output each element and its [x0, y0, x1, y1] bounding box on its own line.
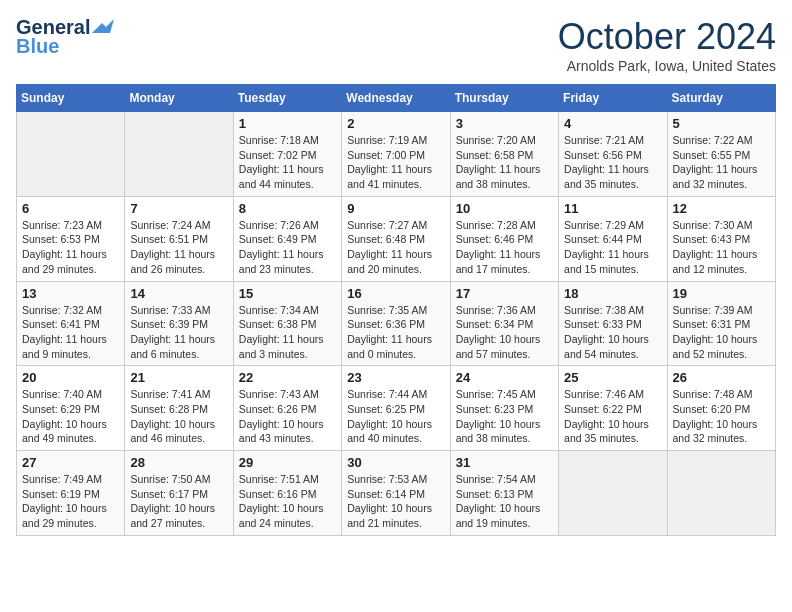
weekday-header: Monday [125, 85, 233, 112]
day-info: Sunrise: 7:30 AMSunset: 6:43 PMDaylight:… [673, 218, 770, 277]
day-number: 11 [564, 201, 661, 216]
day-info: Sunrise: 7:21 AMSunset: 6:56 PMDaylight:… [564, 133, 661, 192]
day-info: Sunrise: 7:24 AMSunset: 6:51 PMDaylight:… [130, 218, 227, 277]
calendar-cell: 19Sunrise: 7:39 AMSunset: 6:31 PMDayligh… [667, 281, 775, 366]
day-number: 8 [239, 201, 336, 216]
calendar-cell: 25Sunrise: 7:46 AMSunset: 6:22 PMDayligh… [559, 366, 667, 451]
day-number: 7 [130, 201, 227, 216]
weekday-header: Friday [559, 85, 667, 112]
day-info: Sunrise: 7:45 AMSunset: 6:23 PMDaylight:… [456, 387, 553, 446]
day-number: 28 [130, 455, 227, 470]
calendar-cell: 4Sunrise: 7:21 AMSunset: 6:56 PMDaylight… [559, 112, 667, 197]
calendar-cell: 12Sunrise: 7:30 AMSunset: 6:43 PMDayligh… [667, 196, 775, 281]
day-info: Sunrise: 7:53 AMSunset: 6:14 PMDaylight:… [347, 472, 444, 531]
calendar-cell: 1Sunrise: 7:18 AMSunset: 7:02 PMDaylight… [233, 112, 341, 197]
calendar-cell: 15Sunrise: 7:34 AMSunset: 6:38 PMDayligh… [233, 281, 341, 366]
weekday-header: Thursday [450, 85, 558, 112]
calendar-cell: 16Sunrise: 7:35 AMSunset: 6:36 PMDayligh… [342, 281, 450, 366]
day-number: 12 [673, 201, 770, 216]
calendar-cell: 20Sunrise: 7:40 AMSunset: 6:29 PMDayligh… [17, 366, 125, 451]
day-number: 6 [22, 201, 119, 216]
calendar-cell [125, 112, 233, 197]
day-number: 5 [673, 116, 770, 131]
day-info: Sunrise: 7:36 AMSunset: 6:34 PMDaylight:… [456, 303, 553, 362]
day-number: 27 [22, 455, 119, 470]
day-number: 18 [564, 286, 661, 301]
calendar-cell: 23Sunrise: 7:44 AMSunset: 6:25 PMDayligh… [342, 366, 450, 451]
calendar-body: 1Sunrise: 7:18 AMSunset: 7:02 PMDaylight… [17, 112, 776, 536]
day-number: 29 [239, 455, 336, 470]
weekday-header: Sunday [17, 85, 125, 112]
day-number: 30 [347, 455, 444, 470]
day-info: Sunrise: 7:34 AMSunset: 6:38 PMDaylight:… [239, 303, 336, 362]
day-info: Sunrise: 7:43 AMSunset: 6:26 PMDaylight:… [239, 387, 336, 446]
calendar-cell: 29Sunrise: 7:51 AMSunset: 6:16 PMDayligh… [233, 451, 341, 536]
day-number: 14 [130, 286, 227, 301]
day-info: Sunrise: 7:51 AMSunset: 6:16 PMDaylight:… [239, 472, 336, 531]
calendar-table: SundayMondayTuesdayWednesdayThursdayFrid… [16, 84, 776, 536]
calendar-cell: 13Sunrise: 7:32 AMSunset: 6:41 PMDayligh… [17, 281, 125, 366]
month-title: October 2024 [558, 16, 776, 58]
day-info: Sunrise: 7:20 AMSunset: 6:58 PMDaylight:… [456, 133, 553, 192]
calendar-cell: 28Sunrise: 7:50 AMSunset: 6:17 PMDayligh… [125, 451, 233, 536]
day-number: 3 [456, 116, 553, 131]
calendar-cell [667, 451, 775, 536]
calendar-cell: 21Sunrise: 7:41 AMSunset: 6:28 PMDayligh… [125, 366, 233, 451]
day-number: 31 [456, 455, 553, 470]
calendar-cell: 5Sunrise: 7:22 AMSunset: 6:55 PMDaylight… [667, 112, 775, 197]
calendar-cell: 24Sunrise: 7:45 AMSunset: 6:23 PMDayligh… [450, 366, 558, 451]
day-info: Sunrise: 7:35 AMSunset: 6:36 PMDaylight:… [347, 303, 444, 362]
day-info: Sunrise: 7:33 AMSunset: 6:39 PMDaylight:… [130, 303, 227, 362]
weekday-header: Wednesday [342, 85, 450, 112]
calendar-week-row: 1Sunrise: 7:18 AMSunset: 7:02 PMDaylight… [17, 112, 776, 197]
day-number: 23 [347, 370, 444, 385]
calendar-cell: 7Sunrise: 7:24 AMSunset: 6:51 PMDaylight… [125, 196, 233, 281]
calendar-week-row: 6Sunrise: 7:23 AMSunset: 6:53 PMDaylight… [17, 196, 776, 281]
calendar-cell: 9Sunrise: 7:27 AMSunset: 6:48 PMDaylight… [342, 196, 450, 281]
day-number: 4 [564, 116, 661, 131]
day-number: 22 [239, 370, 336, 385]
day-info: Sunrise: 7:49 AMSunset: 6:19 PMDaylight:… [22, 472, 119, 531]
title-block: October 2024 Arnolds Park, Iowa, United … [558, 16, 776, 74]
subtitle: Arnolds Park, Iowa, United States [558, 58, 776, 74]
day-number: 20 [22, 370, 119, 385]
logo: General Blue [16, 16, 114, 58]
calendar-cell: 3Sunrise: 7:20 AMSunset: 6:58 PMDaylight… [450, 112, 558, 197]
day-info: Sunrise: 7:41 AMSunset: 6:28 PMDaylight:… [130, 387, 227, 446]
day-info: Sunrise: 7:48 AMSunset: 6:20 PMDaylight:… [673, 387, 770, 446]
day-info: Sunrise: 7:23 AMSunset: 6:53 PMDaylight:… [22, 218, 119, 277]
page-header: General Blue October 2024 Arnolds Park, … [16, 16, 776, 74]
weekday-header: Saturday [667, 85, 775, 112]
calendar-week-row: 27Sunrise: 7:49 AMSunset: 6:19 PMDayligh… [17, 451, 776, 536]
calendar-cell: 22Sunrise: 7:43 AMSunset: 6:26 PMDayligh… [233, 366, 341, 451]
day-info: Sunrise: 7:40 AMSunset: 6:29 PMDaylight:… [22, 387, 119, 446]
day-number: 9 [347, 201, 444, 216]
day-info: Sunrise: 7:22 AMSunset: 6:55 PMDaylight:… [673, 133, 770, 192]
day-info: Sunrise: 7:29 AMSunset: 6:44 PMDaylight:… [564, 218, 661, 277]
calendar-cell: 8Sunrise: 7:26 AMSunset: 6:49 PMDaylight… [233, 196, 341, 281]
day-number: 15 [239, 286, 336, 301]
calendar-cell: 17Sunrise: 7:36 AMSunset: 6:34 PMDayligh… [450, 281, 558, 366]
calendar-cell: 31Sunrise: 7:54 AMSunset: 6:13 PMDayligh… [450, 451, 558, 536]
day-number: 13 [22, 286, 119, 301]
calendar-cell: 11Sunrise: 7:29 AMSunset: 6:44 PMDayligh… [559, 196, 667, 281]
calendar-cell: 26Sunrise: 7:48 AMSunset: 6:20 PMDayligh… [667, 366, 775, 451]
calendar-cell: 6Sunrise: 7:23 AMSunset: 6:53 PMDaylight… [17, 196, 125, 281]
day-number: 10 [456, 201, 553, 216]
day-number: 1 [239, 116, 336, 131]
day-info: Sunrise: 7:32 AMSunset: 6:41 PMDaylight:… [22, 303, 119, 362]
logo-bird-icon [92, 19, 114, 37]
calendar-cell: 27Sunrise: 7:49 AMSunset: 6:19 PMDayligh… [17, 451, 125, 536]
day-number: 16 [347, 286, 444, 301]
calendar-cell: 30Sunrise: 7:53 AMSunset: 6:14 PMDayligh… [342, 451, 450, 536]
day-info: Sunrise: 7:50 AMSunset: 6:17 PMDaylight:… [130, 472, 227, 531]
day-number: 19 [673, 286, 770, 301]
calendar-cell: 2Sunrise: 7:19 AMSunset: 7:00 PMDaylight… [342, 112, 450, 197]
logo-blue: Blue [16, 35, 59, 58]
calendar-cell: 14Sunrise: 7:33 AMSunset: 6:39 PMDayligh… [125, 281, 233, 366]
calendar-cell [559, 451, 667, 536]
day-number: 25 [564, 370, 661, 385]
calendar-week-row: 20Sunrise: 7:40 AMSunset: 6:29 PMDayligh… [17, 366, 776, 451]
day-number: 21 [130, 370, 227, 385]
day-info: Sunrise: 7:44 AMSunset: 6:25 PMDaylight:… [347, 387, 444, 446]
